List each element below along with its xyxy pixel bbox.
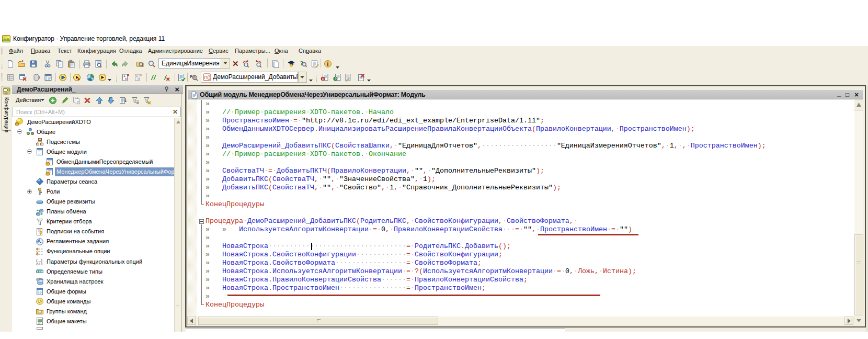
svg-text:(...): (...) <box>36 258 42 263</box>
svg-text:Б: Б <box>138 77 140 81</box>
svg-text:?: ? <box>335 77 337 81</box>
svg-text:П(): П() <box>204 75 211 80</box>
svg-text:(): () <box>193 76 196 80</box>
svg-text:Б: Б <box>125 77 127 81</box>
